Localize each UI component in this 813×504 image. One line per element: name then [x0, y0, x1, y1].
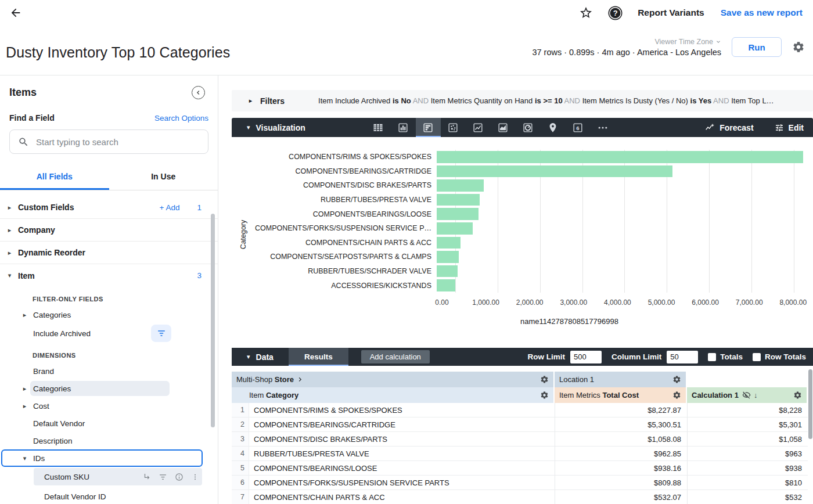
- sort-descending-icon[interactable]: ↓: [754, 391, 758, 399]
- search-options-link[interactable]: Search Options: [154, 114, 208, 123]
- field-item-ids[interactable]: ▾IDs: [0, 449, 218, 467]
- cell-calculation-1[interactable]: $963: [687, 447, 808, 461]
- favorite-star-icon[interactable]: [579, 6, 593, 20]
- cell-item-category[interactable]: COMPONENTS/BEARINGS/CARTRIDGE: [249, 417, 555, 432]
- field-group-custom-fields[interactable]: ▸Custom Fields+ Add1: [0, 196, 218, 219]
- viz-type-single-value-icon[interactable]: 6: [566, 118, 591, 137]
- cell-item-category[interactable]: COMPONENTS/DISC BRAKES/PARTS: [249, 432, 555, 447]
- cell-calculation-1[interactable]: $532: [687, 490, 808, 504]
- chevron-down-icon[interactable]: ▾: [247, 124, 250, 131]
- gear-icon[interactable]: [540, 375, 549, 384]
- bar-rubber-tubes-presta-valve[interactable]: [437, 194, 480, 206]
- table-header-item-category: Item Category: [232, 387, 555, 403]
- bar-components-forks-suspension-service-p[interactable]: [437, 222, 473, 235]
- viz-type-line-chart-icon[interactable]: [466, 118, 491, 137]
- main-scrollbar[interactable]: [808, 369, 812, 439]
- filter-icon[interactable]: [159, 473, 167, 481]
- field-item-include-archived[interactable]: Include Archived: [0, 323, 218, 343]
- field-group-company[interactable]: ▸Company: [0, 219, 218, 242]
- viz-type-scatter-icon[interactable]: [441, 118, 466, 137]
- tab-all-fields[interactable]: All Fields: [0, 165, 109, 190]
- field-item-description[interactable]: Description: [0, 432, 218, 449]
- bar-components-seatposts-parts-clamps[interactable]: [437, 251, 459, 263]
- collapse-sidebar-icon[interactable]: [192, 86, 205, 99]
- field-item-cost[interactable]: ▸Cost: [0, 397, 218, 415]
- help-icon[interactable]: [609, 7, 621, 19]
- cell-calculation-1[interactable]: $5,301: [687, 417, 808, 432]
- cell-item-category[interactable]: COMPONENTS/BEARINGS/LOOSE: [249, 461, 555, 476]
- table-header-location-1: Location 1: [555, 372, 687, 387]
- row-totals-checkbox[interactable]: [753, 353, 761, 361]
- more-vert-icon[interactable]: [191, 473, 199, 481]
- cell-item-category[interactable]: COMPONENTS/CHAIN PARTS & ACC: [249, 490, 555, 504]
- bar-components-bearings-cartridge[interactable]: [437, 165, 672, 178]
- bar-components-rims-spokes-spokes[interactable]: [437, 151, 803, 163]
- bar-components-bearings-loose[interactable]: [437, 208, 479, 220]
- cell-item-category[interactable]: COMPONENTS/RIMS & SPOKES/SPOKES: [249, 403, 555, 417]
- viewer-time-zone-dropdown[interactable]: Viewer Time Zone: [532, 38, 721, 46]
- cell-total-cost[interactable]: $532.07: [555, 490, 687, 504]
- viz-type-table-icon[interactable]: [366, 118, 391, 137]
- cell-calculation-1[interactable]: $1,058: [687, 432, 808, 447]
- field-item-custom-sku[interactable]: Custom SKU: [0, 467, 218, 487]
- report-settings-gear-icon[interactable]: [792, 41, 805, 53]
- cell-total-cost[interactable]: $1,058.08: [555, 432, 687, 447]
- add-custom-field-button[interactable]: + Add: [160, 203, 180, 212]
- gear-icon[interactable]: [672, 375, 681, 384]
- bar-components-chain-parts-acc[interactable]: [437, 237, 461, 249]
- field-group-item[interactable]: ▾Item3: [0, 264, 218, 287]
- filters-bar[interactable]: ▸ Filters Item Include Archived is No AN…: [232, 90, 813, 111]
- field-item-default-vendor[interactable]: Default Vendor: [0, 415, 218, 432]
- back-arrow-icon[interactable]: [9, 6, 22, 19]
- gear-icon[interactable]: [540, 391, 549, 399]
- report-variants-button[interactable]: Report Variants: [638, 8, 704, 18]
- cell-item-category[interactable]: COMPONENTS/FORKS/SUSPENSION SERVICE PART…: [249, 476, 555, 490]
- field-search-box[interactable]: [9, 129, 208, 154]
- cell-calculation-1[interactable]: $810: [687, 476, 808, 490]
- viz-type-column-chart-icon[interactable]: [391, 118, 416, 137]
- bar-components-disc-brakes-parts[interactable]: [437, 179, 484, 192]
- totals-checkbox[interactable]: [708, 353, 716, 361]
- column-limit-input[interactable]: [667, 351, 698, 363]
- info-icon[interactable]: [175, 473, 184, 481]
- viz-type-pie-chart-icon[interactable]: [516, 118, 541, 137]
- chevron-down-icon[interactable]: ▾: [247, 353, 250, 361]
- chevron-right-icon: ▸: [21, 311, 28, 319]
- bar-rubber-tubes-schrader-valve[interactable]: [437, 265, 458, 278]
- cell-total-cost[interactable]: $8,227.87: [555, 403, 687, 417]
- field-item-brand[interactable]: Brand: [0, 362, 218, 380]
- forecast-button[interactable]: Forecast: [705, 123, 753, 132]
- tab-in-use[interactable]: In Use: [109, 165, 218, 190]
- edit-viz-button[interactable]: Edit: [775, 123, 804, 132]
- field-item-default-vendor-id[interactable]: Default Vendor ID: [0, 487, 218, 504]
- save-as-new-report-link[interactable]: Save as new report: [721, 8, 803, 18]
- row-limit-input[interactable]: [570, 351, 602, 363]
- field-item-label: Default Vendor: [33, 419, 85, 428]
- cell-calculation-1[interactable]: $8,228: [687, 403, 808, 417]
- viz-type-bar-chart-icon[interactable]: [416, 118, 441, 137]
- field-search-input[interactable]: [36, 137, 200, 147]
- gear-icon[interactable]: [793, 391, 802, 399]
- field-item-categories[interactable]: ▸Categories: [0, 380, 218, 397]
- pivot-icon[interactable]: [143, 473, 151, 481]
- cell-total-cost[interactable]: $962.85: [555, 447, 687, 461]
- viz-type-area-chart-icon[interactable]: [491, 118, 516, 137]
- cell-total-cost[interactable]: $809.88: [555, 476, 687, 490]
- cell-total-cost[interactable]: $5,300.51: [555, 417, 687, 432]
- bar-accessories-kickstands[interactable]: [437, 279, 455, 291]
- add-calculation-button[interactable]: Add calculation: [361, 350, 430, 363]
- field-group-dynamic-reorder[interactable]: ▸Dynamic Reorder: [0, 242, 218, 264]
- gear-icon[interactable]: [672, 391, 681, 399]
- bar-track: [437, 178, 807, 193]
- chevron-right-icon: ▸: [21, 385, 28, 393]
- results-tab[interactable]: Results: [289, 348, 348, 366]
- cell-item-category[interactable]: RUBBER/TUBES/PRESTA VALVE: [249, 447, 555, 461]
- viz-type-more-icon[interactable]: [591, 118, 616, 137]
- cell-calculation-1[interactable]: $938: [687, 461, 808, 476]
- cell-total-cost[interactable]: $938.16: [555, 461, 687, 476]
- active-filter-icon[interactable]: [151, 325, 171, 342]
- field-item-categories[interactable]: ▸Categories: [0, 306, 218, 323]
- run-button[interactable]: Run: [732, 37, 782, 57]
- sidebar-scrollbar[interactable]: [211, 214, 215, 427]
- viz-type-map-pin-icon[interactable]: [541, 118, 566, 137]
